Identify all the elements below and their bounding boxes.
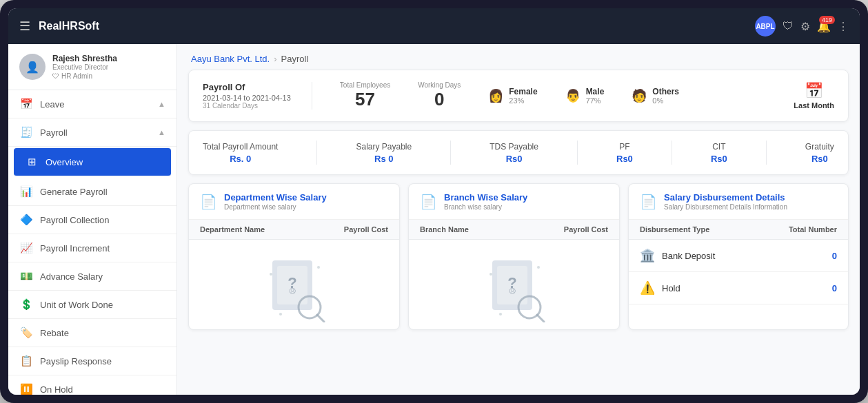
branch-doc-icon: 📄 bbox=[420, 194, 437, 210]
sidebar-item-leave[interactable]: 📅 Leave ▲ bbox=[8, 90, 176, 118]
svg-point-6 bbox=[317, 266, 320, 269]
branch-table-header: Branch Name Payroll Cost bbox=[409, 220, 619, 240]
sidebar-item-label: Payslip Response bbox=[40, 356, 165, 366]
bank-deposit-value: 0 bbox=[832, 251, 837, 261]
sidebar-item-generate-payroll[interactable]: 📊 Generate Payroll bbox=[8, 178, 176, 206]
dept-table-header: Department Name Payroll Cost bbox=[189, 220, 399, 240]
calendar-icon: 📅 bbox=[805, 82, 823, 100]
divider bbox=[577, 141, 578, 165]
breadcrumb-separator: › bbox=[274, 54, 276, 64]
hamburger-icon[interactable]: ☰ bbox=[19, 19, 30, 34]
last-month-section[interactable]: 📅 Last Month bbox=[794, 82, 834, 110]
cit-label: CIT bbox=[711, 142, 727, 152]
payroll-icon: 🧾 bbox=[19, 126, 33, 138]
app-title: RealHRSoft bbox=[39, 20, 755, 32]
total-employees-value: 57 bbox=[340, 89, 390, 110]
cit-value: Rs0 bbox=[711, 154, 727, 164]
rebate-icon: 🏷️ bbox=[19, 327, 33, 339]
branch-col1: Branch Name bbox=[420, 225, 564, 234]
notifications-icon[interactable]: 🔔 419 bbox=[817, 20, 831, 33]
sidebar-item-payroll[interactable]: 🧾 Payroll ▲ bbox=[8, 118, 176, 147]
branch-col2: Payroll Cost bbox=[564, 225, 608, 234]
cards-row: 📄 Department Wise Salary Department wise… bbox=[188, 183, 849, 330]
sidebar-item-unit-of-work-done[interactable]: 💲 Unit of Work Done bbox=[8, 291, 176, 319]
sidebar-item-payroll-increment[interactable]: 📈 Payroll Increment bbox=[8, 234, 176, 262]
branch-empty-doc-svg: ? ☹ bbox=[487, 254, 549, 322]
sidebar-item-label: On Hold bbox=[40, 384, 165, 395]
sidebar-item-label: Payroll Collection bbox=[40, 215, 165, 225]
shield-icon[interactable]: 🛡 bbox=[783, 20, 794, 32]
dept-card-subtitle: Department wise salary bbox=[224, 203, 327, 211]
dept-empty-illustration: ? ☹ bbox=[267, 254, 322, 316]
disb-card-title: Salary Disbursement Details bbox=[664, 192, 787, 203]
breadcrumb-company[interactable]: Aayu Bank Pvt. Ltd. bbox=[191, 54, 270, 64]
avatar: 👤 bbox=[19, 54, 46, 80]
advance-salary-icon: 💵 bbox=[19, 270, 33, 282]
disbursement-card: 📄 Salary Disbursement Details Salary Dis… bbox=[628, 183, 849, 330]
branch-card-header: 📄 Branch Wise Salary Branch wise salary bbox=[409, 184, 619, 220]
total-employees-stat: Total Employees 57 bbox=[340, 81, 390, 110]
payslip-icon: 📋 bbox=[19, 355, 33, 367]
payroll-header: Payroll Of 2021-03-14 to 2021-04-13 31 C… bbox=[188, 70, 849, 122]
sidebar-item-advance-salary[interactable]: 💵 Advance Salary bbox=[8, 262, 176, 291]
tds-payable-value: Rs0 bbox=[489, 154, 538, 164]
more-options-icon[interactable]: ⋮ bbox=[838, 20, 849, 33]
payroll-dates: 2021-03-14 to 2021-04-13 bbox=[203, 94, 291, 102]
payroll-collection-icon: 🔷 bbox=[19, 214, 33, 226]
nav-right: ABPL 🛡 ⚙ 🔔 419 ⋮ bbox=[755, 16, 849, 37]
payroll-of-section: Payroll Of 2021-03-14 to 2021-04-13 31 C… bbox=[203, 82, 312, 110]
chevron-icon: ▲ bbox=[158, 100, 165, 108]
salary-payable-item: Salary Payable Rs 0 bbox=[356, 142, 412, 164]
female-label: Female bbox=[509, 87, 537, 96]
hold-icon: ⚠️ bbox=[640, 280, 655, 296]
sidebar-item-on-hold[interactable]: ⏸️ On Hold bbox=[8, 375, 176, 395]
branch-empty-illustration: ? ☹ bbox=[487, 254, 542, 316]
svg-text:☹: ☹ bbox=[289, 287, 296, 295]
on-hold-icon: ⏸️ bbox=[19, 383, 33, 395]
sidebar-item-label: Payroll bbox=[40, 127, 151, 138]
calendar-days: 31 Calendar Days bbox=[203, 102, 291, 110]
branch-card-title: Branch Wise Salary bbox=[444, 192, 527, 203]
disb-card-subtitle: Salary Disbursement Details Information bbox=[664, 203, 787, 211]
payroll-increment-icon: 📈 bbox=[19, 242, 33, 254]
female-pct: 23% bbox=[509, 96, 537, 105]
dept-empty-state: ? ☹ bbox=[189, 240, 399, 329]
male-stat: 👨 Male 77% bbox=[565, 87, 605, 105]
others-label: Others bbox=[652, 87, 679, 96]
settings-icon[interactable]: ⚙ bbox=[800, 20, 810, 33]
gratuity-value: Rs0 bbox=[805, 154, 834, 164]
divider bbox=[672, 141, 672, 165]
last-month-label: Last Month bbox=[794, 101, 834, 110]
pf-label: PF bbox=[616, 142, 633, 152]
working-days-label: Working Days bbox=[418, 81, 461, 89]
sidebar-item-rebate[interactable]: 🏷️ Rebate bbox=[8, 319, 176, 347]
top-nav: ☰ RealHRSoft ABPL 🛡 ⚙ 🔔 419 ⋮ bbox=[8, 8, 860, 44]
disb-card-header: 📄 Salary Disbursement Details Salary Dis… bbox=[629, 184, 848, 220]
sidebar-item-payslip-response[interactable]: 📋 Payslip Response bbox=[8, 347, 176, 375]
total-payroll-item: Total Payroll Amount Rs. 0 bbox=[203, 142, 278, 164]
total-payroll-value: Rs. 0 bbox=[203, 154, 278, 164]
user-badge[interactable]: ABPL bbox=[755, 16, 776, 37]
notification-count: 419 bbox=[819, 16, 835, 24]
sidebar-item-payroll-collection[interactable]: 🔷 Payroll Collection bbox=[8, 206, 176, 234]
divider bbox=[450, 141, 451, 165]
sidebar-item-overview[interactable]: ⊞ Overview bbox=[14, 148, 171, 176]
total-payroll-label: Total Payroll Amount bbox=[203, 142, 278, 152]
dept-col1: Department Name bbox=[200, 225, 344, 234]
chevron-icon: ▲ bbox=[158, 128, 165, 136]
others-stat: 🧑 Others 0% bbox=[632, 87, 679, 105]
dept-doc-icon: 📄 bbox=[200, 194, 217, 210]
sidebar-item-label: Unit of Work Done bbox=[40, 300, 165, 310]
bank-deposit-icon: 🏛️ bbox=[640, 248, 655, 263]
leave-icon: 📅 bbox=[19, 98, 33, 110]
male-label: Male bbox=[586, 87, 605, 96]
bank-deposit-label: Bank Deposit bbox=[662, 251, 825, 261]
svg-point-14 bbox=[489, 273, 492, 276]
tds-payable-item: TDS Payable Rs0 bbox=[489, 142, 538, 164]
tds-payable-label: TDS Payable bbox=[489, 142, 538, 152]
others-pct: 0% bbox=[652, 96, 679, 105]
dept-card-header: 📄 Department Wise Salary Department wise… bbox=[189, 184, 399, 220]
unit-of-work-icon: 💲 bbox=[19, 298, 33, 311]
svg-point-5 bbox=[270, 273, 272, 276]
disb-doc-icon: 📄 bbox=[640, 194, 657, 210]
